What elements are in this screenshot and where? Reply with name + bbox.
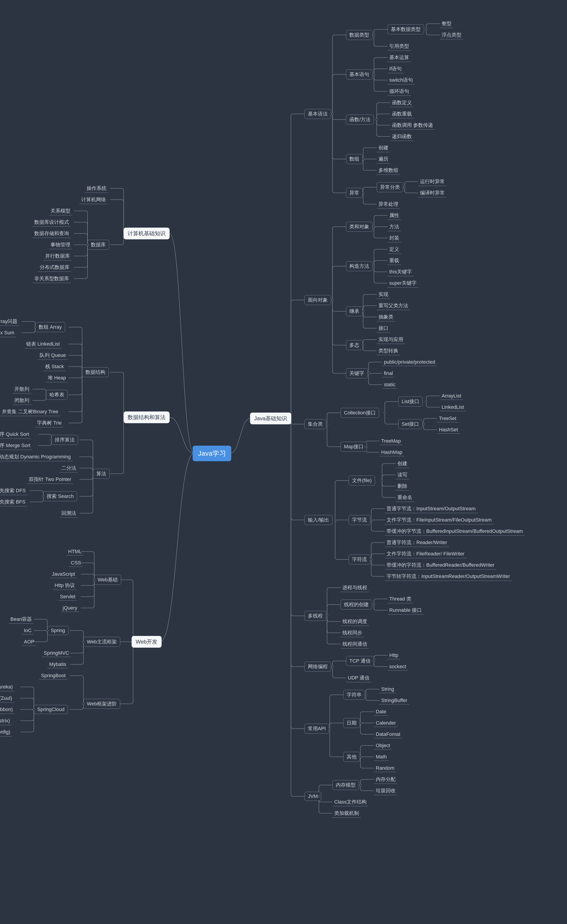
- mindmap-node[interactable]: 其他: [343, 752, 360, 762]
- mindmap-node[interactable]: 函数调用 参数传递: [390, 121, 435, 130]
- mindmap-node[interactable]: 数组 Array: [35, 322, 65, 332]
- mindmap-node[interactable]: 计算机网络: [80, 195, 108, 204]
- mindmap-node[interactable]: 函数/方法: [346, 115, 374, 124]
- mindmap-node[interactable]: 运行时异常: [418, 177, 447, 186]
- mindmap-node[interactable]: AOP: [22, 638, 36, 646]
- mindmap-node[interactable]: Math: [374, 753, 388, 761]
- mindmap-node[interactable]: 集合类: [304, 419, 326, 429]
- mindmap-node[interactable]: 输入/输出: [304, 515, 333, 525]
- mindmap-node[interactable]: Mybatis: [47, 660, 68, 668]
- mindmap-node[interactable]: Date: [374, 708, 388, 716]
- mindmap-node[interactable]: Web基础: [94, 575, 121, 585]
- mindmap-node[interactable]: 堆 Heap: [46, 374, 68, 382]
- mindmap-node[interactable]: Subarray问题: [0, 317, 19, 326]
- mindmap-node[interactable]: 断路器 (Hystrix): [0, 717, 12, 725]
- mindmap-node[interactable]: 开散列: [13, 385, 31, 394]
- mindmap-node[interactable]: 字符流: [349, 555, 370, 564]
- mindmap-node[interactable]: 线程的调度: [340, 617, 369, 626]
- mindmap-node[interactable]: static: [382, 381, 397, 388]
- mindmap-node[interactable]: CSS: [69, 559, 83, 567]
- mindmap-node[interactable]: TreeSet: [437, 415, 458, 423]
- mindmap-node[interactable]: 多线程: [304, 611, 326, 621]
- mindmap-root[interactable]: Java学习: [193, 446, 231, 461]
- mindmap-node[interactable]: Spring: [47, 626, 69, 635]
- mindmap-node[interactable]: 删除: [396, 482, 409, 490]
- mindmap-node[interactable]: if语句: [387, 64, 404, 74]
- mindmap-node[interactable]: HashMap: [380, 448, 404, 456]
- mindmap-node[interactable]: 队列 Queue: [38, 351, 68, 360]
- mindmap-node[interactable]: 搜索 Search: [43, 491, 77, 501]
- mindmap-node[interactable]: 异常处理: [376, 200, 400, 208]
- mindmap-node[interactable]: 普通字节流：InputStream/OutputStream: [385, 504, 477, 513]
- mindmap-node[interactable]: 浮点类型: [440, 31, 463, 39]
- mindmap-node[interactable]: 非关系型数据库: [33, 274, 71, 283]
- mindmap-node[interactable]: 带缓冲的字节流：BufferedInputStream/BufferedOutp…: [385, 527, 525, 536]
- mindmap-node[interactable]: switch语句: [387, 76, 415, 85]
- mindmap-node[interactable]: 字典树 Trie: [35, 418, 63, 428]
- mindmap-node[interactable]: Web主流框架: [84, 637, 120, 647]
- mindmap-node[interactable]: 负载均衡 (Ribbon): [0, 705, 14, 714]
- mindmap-node[interactable]: 创建: [396, 459, 409, 468]
- mindmap-node[interactable]: Thread 类: [387, 595, 413, 603]
- mindmap-node[interactable]: 深度优先搜索 DFS: [0, 486, 27, 495]
- mindmap-node[interactable]: 接口: [376, 324, 390, 333]
- mindmap-node[interactable]: 循环语句: [387, 87, 411, 96]
- mindmap-node[interactable]: Object: [374, 742, 392, 750]
- mindmap-node[interactable]: Map接口: [340, 442, 367, 452]
- mindmap-node[interactable]: Class文件结构: [333, 798, 368, 807]
- mindmap-node[interactable]: 面向对象: [304, 295, 331, 305]
- mindmap-node[interactable]: 带缓冲的字符流：BufferedReader/BufferedWriter: [385, 561, 496, 570]
- mindmap-node[interactable]: 方法: [387, 222, 401, 231]
- mindmap-node[interactable]: 数据库设计模式: [33, 218, 71, 227]
- mindmap-node[interactable]: 定义: [387, 245, 401, 254]
- mindmap-node[interactable]: 日期: [343, 718, 360, 728]
- mindmap-node[interactable]: public/private/protected: [382, 358, 437, 366]
- mindmap-node[interactable]: 关系模型: [49, 207, 72, 215]
- mindmap-node[interactable]: 前缀和 Prefix Sum: [0, 328, 16, 337]
- mindmap-node[interactable]: 基本语句: [346, 69, 373, 80]
- mindmap-node[interactable]: 广度优先搜索 BFS: [0, 498, 27, 507]
- mindmap-node[interactable]: 关键字: [346, 368, 368, 378]
- mindmap-node[interactable]: 快速排序 Quick Sort: [0, 430, 31, 439]
- mindmap-node[interactable]: jQuery: [61, 604, 79, 612]
- mindmap-node[interactable]: Runnable 接口: [387, 606, 423, 615]
- mindmap-node[interactable]: 内存模型: [333, 780, 359, 790]
- mindmap-node[interactable]: 常用API: [304, 724, 329, 734]
- mindmap-node[interactable]: 重载: [387, 256, 401, 265]
- mindmap-node[interactable]: TreeMap: [380, 437, 403, 445]
- mindmap-node[interactable]: 基本数据类型: [387, 24, 424, 34]
- mindmap-node[interactable]: Http 协议: [53, 581, 76, 590]
- mindmap-node[interactable]: 引用类型: [387, 42, 411, 51]
- mindmap-node[interactable]: Web开发: [132, 636, 162, 648]
- mindmap-node[interactable]: 数据结构和算法: [124, 411, 170, 423]
- mindmap-node[interactable]: final: [382, 369, 395, 377]
- mindmap-node[interactable]: 操作系统: [85, 184, 108, 193]
- mindmap-node[interactable]: 属性: [387, 211, 401, 220]
- mindmap-node[interactable]: 文件字符流：FileReader/ FileWriter: [385, 549, 466, 558]
- mindmap-node[interactable]: 并行数据库: [43, 252, 72, 261]
- mindmap-node[interactable]: 并查集 二叉树Binary Tree: [0, 407, 60, 416]
- mindmap-node[interactable]: 整型: [440, 20, 453, 28]
- mindmap-node[interactable]: Bean容器: [9, 615, 34, 624]
- mindmap-node[interactable]: 闭散列: [13, 396, 31, 405]
- mindmap-node[interactable]: 动态规划 Dynamic Programming: [0, 453, 73, 461]
- mindmap-node[interactable]: 文件(file): [349, 476, 375, 486]
- mindmap-node[interactable]: 分布式数据库: [38, 263, 71, 272]
- mindmap-node[interactable]: 数据结构: [82, 367, 109, 377]
- mindmap-node[interactable]: sockect: [387, 663, 408, 670]
- mindmap-node[interactable]: 数据库: [87, 240, 109, 250]
- mindmap-node[interactable]: 继承: [346, 306, 363, 316]
- mindmap-node[interactable]: HTML: [66, 548, 84, 556]
- mindmap-node[interactable]: 服务网关 (Zuul): [0, 694, 14, 703]
- mindmap-node[interactable]: 线程的创建: [340, 600, 372, 609]
- mindmap-node[interactable]: HashSet: [437, 426, 460, 434]
- mindmap-node[interactable]: DataFomat: [374, 730, 402, 738]
- mindmap-node[interactable]: List接口: [398, 397, 423, 406]
- mindmap-node[interactable]: 异常: [346, 188, 363, 198]
- mindmap-node[interactable]: 创建: [376, 144, 390, 152]
- mindmap-node[interactable]: 封装: [387, 234, 401, 243]
- mindmap-node[interactable]: 多维数组: [376, 166, 400, 175]
- mindmap-node[interactable]: 服务发现 (Eureka): [0, 682, 14, 692]
- mindmap-node[interactable]: 回溯法: [60, 509, 78, 518]
- mindmap-node[interactable]: TCP 通信: [346, 656, 374, 666]
